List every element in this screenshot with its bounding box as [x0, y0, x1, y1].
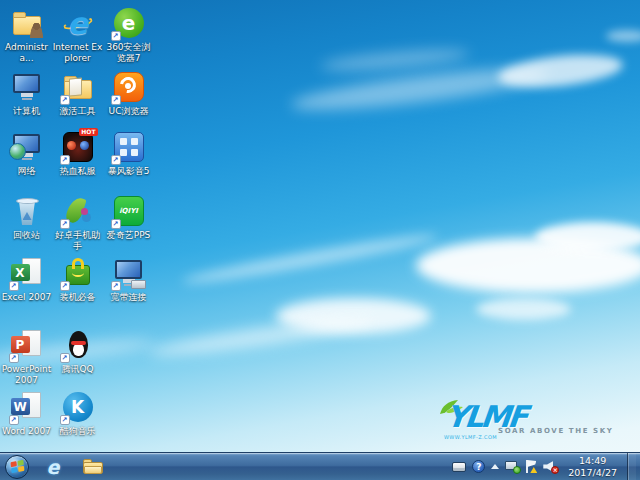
icon-label: 热血私服	[60, 166, 96, 177]
help-icon[interactable]: ?	[472, 460, 485, 473]
excel-2007-icon: X↗	[10, 256, 44, 290]
icon-label: 回收站	[13, 230, 40, 241]
shortcut-arrow-icon: ↗	[111, 31, 121, 41]
desktop-icon-rexue-sifu-game[interactable]: HOT↗热血私服	[52, 128, 103, 192]
shortcut-arrow-icon: ↗	[111, 155, 121, 165]
icon-glyph-text: X	[0, 255, 44, 290]
input-method-keyboard-icon[interactable]	[452, 462, 466, 472]
icon-label: Word 2007	[2, 426, 51, 437]
cloud	[320, 45, 471, 74]
icon-label: 好卓手机助手	[52, 230, 103, 251]
desktop-icon-administrator-folder[interactable]: Administra...	[1, 4, 52, 68]
show-hidden-icons-chevron-icon[interactable]	[491, 464, 499, 469]
start-button[interactable]	[5, 455, 29, 479]
internet-explorer-icon: e	[47, 456, 60, 478]
desktop-icon-iqiyi-pps[interactable]: iQIYI↗爱奇艺PPS	[103, 192, 154, 254]
ylmf-tagline-text: SOAR ABOVE THE SKY	[498, 427, 613, 435]
tencent-qq-icon: ↗	[61, 328, 95, 362]
desktop-icon-activation-tools[interactable]: ↗激活工具	[52, 68, 103, 128]
desktop-icon-network[interactable]: 网络	[1, 128, 52, 192]
icon-label: 360安全浏览器7	[103, 42, 154, 63]
shortcut-arrow-icon: ↗	[9, 281, 19, 291]
taskbar-windows-explorer-button[interactable]	[77, 454, 109, 480]
icon-label: 宽带连接	[111, 292, 147, 303]
word-2007-icon: W↗	[10, 390, 44, 424]
icon-label: PowerPoint 2007	[1, 364, 52, 385]
ylmf-watermark-logo: YLMF WWW.YLMF-Z.COM SOAR ABOVE THE SKY	[436, 400, 606, 444]
icon-label: 酷狗音乐	[60, 426, 96, 437]
system-tray: ? × 14:49 2017/4/27	[452, 453, 640, 480]
icon-glyph-text: W	[0, 389, 44, 424]
zhuangji-bibei-icon: ↗	[61, 256, 95, 290]
desktop: YLMF WWW.YLMF-Z.COM SOAR ABOVE THE SKY A…	[0, 0, 640, 480]
desktop-icon-computer[interactable]: 计算机	[1, 68, 52, 128]
volume-muted-icon[interactable]: ×	[543, 460, 558, 473]
windows-flag-icon	[10, 459, 24, 473]
activation-tools-icon: ↗	[61, 70, 95, 104]
icon-label: 计算机	[13, 106, 40, 117]
shortcut-arrow-icon: ↗	[9, 415, 19, 425]
desktop-icon-360-safe-browser[interactable]: e↗360安全浏览器7	[103, 4, 154, 68]
rexue-sifu-game-icon: HOT↗	[61, 130, 95, 164]
icon-label: Internet Explorer	[52, 42, 103, 63]
shortcut-arrow-icon: ↗	[60, 95, 70, 105]
desktop-icon-broadband-connection[interactable]: ↗宽带连接	[103, 254, 154, 326]
shortcut-arrow-icon: ↗	[60, 155, 70, 165]
broadband-connection-icon: ↗	[112, 256, 146, 290]
recycle-bin-icon	[10, 194, 44, 228]
desktop-icon-grid: Administra...eInternet Explorere↗360安全浏览…	[1, 4, 154, 448]
cloud	[535, 222, 640, 252]
cloud	[497, 50, 624, 93]
taskbar-internet-explorer-button[interactable]: e	[37, 454, 69, 480]
taskbar: e ? × 14:49 2017/4/27	[0, 452, 640, 480]
icon-label: 激活工具	[60, 106, 96, 117]
ylmf-url-text: WWW.YLMF-Z.COM	[444, 434, 497, 440]
internet-explorer-icon: e	[61, 6, 95, 40]
desktop-icon-baofeng-player-5[interactable]: ↗暴风影音5	[103, 128, 154, 192]
taskbar-clock[interactable]: 14:49 2017/4/27	[564, 455, 621, 479]
desktop-icon-haozhuo-phone-assistant[interactable]: ↗好卓手机助手	[52, 192, 103, 254]
icon-label: UC浏览器	[109, 106, 149, 117]
shortcut-arrow-icon: ↗	[111, 95, 121, 105]
network-icon	[10, 130, 44, 164]
administrator-folder-icon	[10, 6, 44, 40]
powerpoint-2007-icon: P↗	[10, 328, 44, 362]
desktop-icon-internet-explorer[interactable]: eInternet Explorer	[52, 4, 103, 68]
cloud	[181, 230, 439, 289]
shortcut-arrow-icon: ↗	[60, 353, 70, 363]
icon-label: 腾讯QQ	[61, 364, 93, 375]
desktop-icon-uc-browser[interactable]: ↗UC浏览器	[103, 68, 154, 128]
network-status-icon[interactable]	[505, 461, 519, 473]
icon-label: 装机必备	[60, 292, 96, 303]
shortcut-arrow-icon: ↗	[60, 415, 70, 425]
icon-label: 爱奇艺PPS	[107, 230, 151, 241]
kugou-music-icon: K↗	[61, 390, 95, 424]
shortcut-arrow-icon: ↗	[9, 353, 19, 363]
desktop-icon-word-2007[interactable]: W↗Word 2007	[1, 388, 52, 448]
shortcut-arrow-icon: ↗	[60, 281, 70, 291]
desktop-icon-kugou-music[interactable]: K↗酷狗音乐	[52, 388, 103, 448]
iqiyi-pps-icon: iQIYI↗	[112, 194, 146, 228]
icon-label: 暴风影音5	[108, 166, 150, 177]
action-center-flag-icon[interactable]	[525, 460, 537, 473]
clock-date: 2017/4/27	[568, 467, 617, 479]
cloud	[606, 30, 640, 42]
icon-label: Administra...	[1, 42, 52, 63]
show-desktop-button[interactable]	[627, 453, 636, 480]
shortcut-arrow-icon: ↗	[111, 219, 121, 229]
clock-time: 14:49	[568, 455, 617, 467]
computer-icon	[10, 70, 44, 104]
icon-glyph-text: P	[0, 327, 44, 362]
shortcut-arrow-icon: ↗	[60, 219, 70, 229]
hot-badge: HOT	[79, 128, 97, 136]
icon-label: Excel 2007	[2, 292, 52, 303]
desktop-icon-zhuangji-bibei[interactable]: ↗装机必备	[52, 254, 103, 326]
cloud	[476, 298, 571, 320]
baofeng-player-5-icon: ↗	[112, 130, 146, 164]
icon-glyph-text: e	[61, 6, 95, 40]
desktop-icon-powerpoint-2007[interactable]: P↗PowerPoint 2007	[1, 326, 52, 388]
desktop-icon-recycle-bin[interactable]: 回收站	[1, 192, 52, 254]
cloud	[148, 312, 373, 361]
desktop-icon-excel-2007[interactable]: X↗Excel 2007	[1, 254, 52, 326]
desktop-icon-tencent-qq[interactable]: ↗腾讯QQ	[52, 326, 103, 388]
